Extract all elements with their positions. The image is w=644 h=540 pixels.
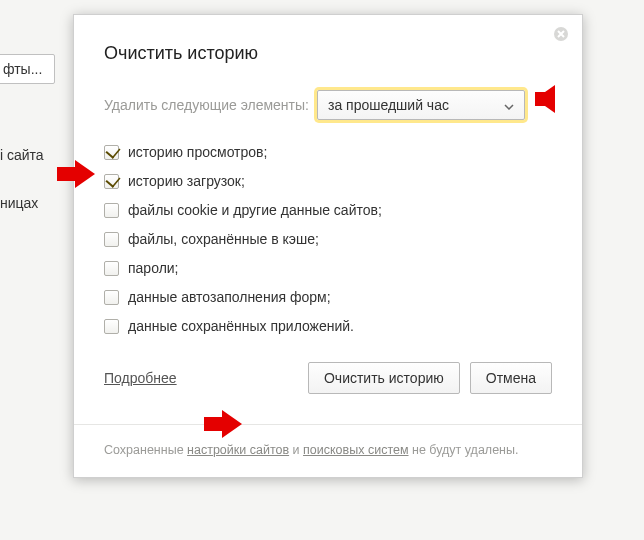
close-icon[interactable] [550, 25, 572, 47]
bg-partial-button[interactable]: фты... [0, 54, 55, 84]
footer-text: Сохраненные [104, 443, 187, 457]
chevron-down-icon [504, 97, 514, 113]
period-select[interactable]: за прошедший час [317, 90, 525, 120]
bg-text-2: ницах [0, 195, 38, 211]
option-checkbox[interactable] [104, 145, 119, 160]
clear-history-button[interactable]: Очистить историю [308, 362, 460, 394]
dialog-footer: Сохраненные настройки сайтов и поисковых… [74, 424, 582, 477]
option-label: данные автозаполнения форм; [128, 289, 331, 305]
option-row: данные автозаполнения форм; [104, 289, 552, 305]
dialog-title: Очистить историю [104, 43, 552, 64]
option-row: историю загрузок; [104, 173, 552, 189]
site-settings-link[interactable]: настройки сайтов [187, 443, 289, 457]
option-checkbox[interactable] [104, 203, 119, 218]
footer-text: и [289, 443, 303, 457]
option-label: файлы cookie и другие данные сайтов; [128, 202, 382, 218]
option-row: данные сохранённых приложений. [104, 318, 552, 334]
option-label: историю просмотров; [128, 144, 267, 160]
clear-history-dialog: Очистить историю Удалить следующие элеме… [73, 14, 583, 478]
option-row: пароли; [104, 260, 552, 276]
option-label: данные сохранённых приложений. [128, 318, 354, 334]
option-label: пароли; [128, 260, 179, 276]
option-row: историю просмотров; [104, 144, 552, 160]
option-row: файлы, сохранённые в кэше; [104, 231, 552, 247]
action-row: Подробнее Очистить историю Отмена [104, 362, 552, 394]
option-checkbox[interactable] [104, 174, 119, 189]
option-row: файлы cookie и другие данные сайтов; [104, 202, 552, 218]
more-info-link[interactable]: Подробнее [104, 370, 177, 386]
footer-text: не будут удалены. [409, 443, 519, 457]
option-checkbox[interactable] [104, 232, 119, 247]
period-select-value: за прошедший час [328, 97, 449, 113]
period-row: Удалить следующие элементы: за прошедший… [104, 90, 552, 120]
option-checkbox[interactable] [104, 290, 119, 305]
option-label: историю загрузок; [128, 173, 245, 189]
period-label: Удалить следующие элементы: [104, 97, 309, 113]
option-checkbox[interactable] [104, 319, 119, 334]
cancel-button[interactable]: Отмена [470, 362, 552, 394]
option-label: файлы, сохранённые в кэше; [128, 231, 319, 247]
option-checkbox[interactable] [104, 261, 119, 276]
bg-text-1: і сайта [0, 147, 44, 163]
search-systems-link[interactable]: поисковых систем [303, 443, 408, 457]
